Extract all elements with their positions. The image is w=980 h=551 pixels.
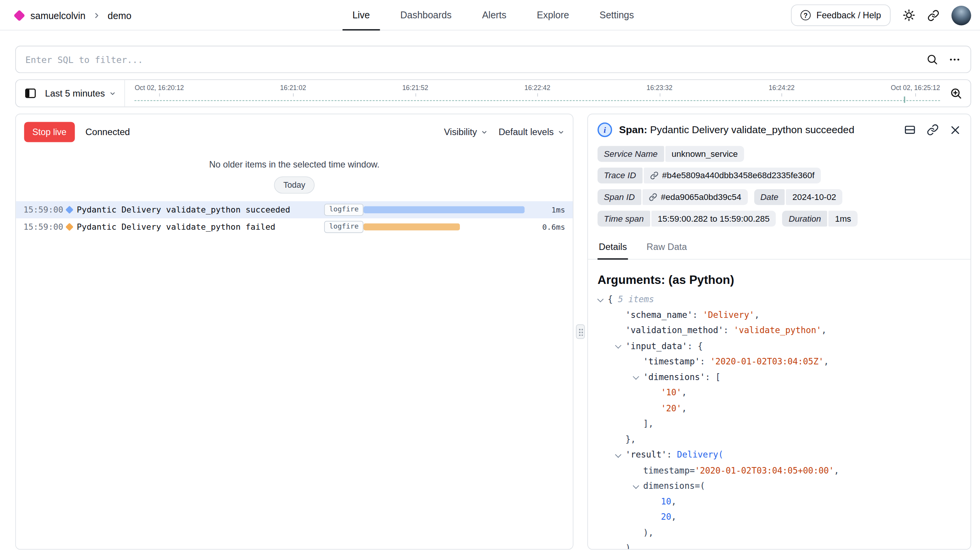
span-title-text: Pydantic Delivery validate_python succee… [650,124,855,135]
code-line: 10, [598,493,961,509]
copy-link-icon[interactable] [927,9,940,21]
attr-row: Time span15:59:00.282 to 15:59:00.285Dur… [598,211,961,227]
timeline-tick-label: 16:23:32 [646,84,672,92]
code-line: 'timestamp': '2020-01-02T03:04:05Z', [598,354,961,369]
collapse-caret-icon[interactable] [633,482,639,488]
close-panel-icon[interactable] [949,124,961,136]
link-icon[interactable] [649,193,657,201]
log-tag[interactable]: logfire [324,221,364,232]
grip-dots-icon [578,328,583,335]
log-timestamp: 15:59:00 [24,205,66,214]
code-line: 'validation_method': 'validate_python', [598,322,961,338]
code-token: : [705,372,715,382]
connection-status: Connected [85,127,130,137]
log-message: Pydantic Delivery validate_python failed [77,222,324,232]
user-avatar[interactable] [951,5,971,25]
code-token: '2020-01-02T03:04:05+00:00' [695,465,834,475]
search-icon[interactable] [926,53,938,66]
code-line: }, [598,431,961,447]
code-token: '20' [661,403,681,413]
nav-explore[interactable]: Explore [527,0,579,31]
log-tag[interactable]: logfire [324,204,364,216]
time-range-select[interactable]: Last 5 minutes [45,88,116,98]
code-token: 'input_data' [625,340,687,351]
copy-span-link-icon[interactable] [927,124,939,136]
duration-bar-track [363,206,525,213]
code-line: 'schema_name': 'Delivery', [598,307,961,322]
day-separator: Today [274,176,315,193]
span-title-prefix: Span: [619,124,647,135]
code-token: , [671,512,676,522]
code-token: '10' [661,387,681,398]
span-actions [904,124,961,136]
collapse-caret-icon[interactable] [597,296,603,301]
more-options-icon[interactable] [948,53,961,66]
zoom-in-icon[interactable] [949,87,962,100]
attr-value: #b4e5809a440dbb3458e68d2335fe360f [644,168,821,184]
code-line: { 5 items [598,292,961,307]
code-token: : [723,325,734,335]
tab-details[interactable]: Details [598,236,628,260]
sql-filter-input[interactable] [26,54,916,64]
nav-alerts[interactable]: Alerts [472,0,517,31]
header-actions: ? Feedback / Help [644,5,971,26]
arguments-heading: Arguments: (as Python) [588,273,970,287]
nav-dashboards[interactable]: Dashboards [390,0,462,31]
sql-filter-bar [15,46,971,73]
nav-settings[interactable]: Settings [590,0,644,31]
attr-value: #eda9065a0bd39c54 [643,189,748,205]
resize-grip[interactable] [576,324,585,339]
code-line: 'input_data': { [598,338,961,354]
main-content: Stop live Connected Visibility Default l… [15,114,971,550]
logfire-logo-icon[interactable] [13,10,25,21]
sidebar-toggle-icon[interactable] [24,87,37,100]
collapse-caret-icon[interactable] [615,343,621,348]
live-logs-panel: Stop live Connected Visibility Default l… [15,114,574,550]
code-token: , [824,356,829,366]
attr-value: unknown_service [665,146,744,162]
tab-raw-data[interactable]: Raw Data [645,236,688,260]
timeline[interactable]: Oct 02, 16:20:1216:21:0216:21:5216:22:42… [133,80,941,107]
attr-span-id: Span ID#eda9065a0bd39c54 [598,189,748,205]
code-token: { [608,294,618,304]
arguments-tree: { 5 items'schema_name': 'Delivery','vali… [588,292,970,550]
code-line: 'dimensions': [ [598,369,961,385]
code-token: 10 [661,496,671,506]
link-icon[interactable] [650,171,659,180]
breadcrumb-org[interactable]: samuelcolvin [31,10,85,21]
stop-live-button[interactable]: Stop live [24,122,75,142]
breadcrumb-project[interactable]: demo [108,10,131,21]
view-table-icon[interactable] [904,124,916,136]
feedback-help-label: Feedback / Help [816,10,881,21]
chevron-down-icon [109,90,116,97]
question-icon: ? [800,10,811,21]
code-line: 'result': Delivery( [598,447,961,462]
panel-resizer[interactable] [574,114,588,550]
code-token: , [821,325,827,335]
theme-toggle-icon[interactable] [903,9,915,21]
attr-value: 1ms [829,211,858,227]
code-line: '20', [598,400,961,416]
logfire-app: samuelcolvin demo LiveDashboardsAlertsEx… [0,0,980,551]
span-detail-panel: i Span: Pydantic Delivery validate_pytho… [587,114,971,550]
feedback-help-button[interactable]: ? Feedback / Help [791,5,890,26]
live-panel-header: Stop live Connected Visibility Default l… [16,114,573,150]
attr-value: 2024-10-02 [786,189,842,205]
code-token: , [681,403,687,413]
attr-duration: Duration1ms [782,211,858,227]
attr-time-span: Time span15:59:00.282 to 15:59:00.285 [598,211,776,227]
log-row[interactable]: 15:59:00Pydantic Delivery validate_pytho… [16,201,573,218]
visibility-dropdown[interactable]: Visibility [444,127,488,137]
divider [125,80,125,107]
span-attributes: Service Nameunknown_serviceTrace ID#b4e5… [588,144,970,227]
collapse-caret-icon[interactable] [615,451,621,457]
code-line: ), [598,525,961,540]
chevron-down-icon [557,129,564,135]
code-token: : [700,356,710,366]
info-icon: i [598,122,612,137]
default-levels-dropdown[interactable]: Default levels [498,127,564,137]
nav-live[interactable]: Live [342,0,380,31]
code-token: , [834,465,839,475]
collapse-caret-icon[interactable] [633,374,639,379]
log-row[interactable]: 15:59:00Pydantic Delivery validate_pytho… [16,218,573,235]
